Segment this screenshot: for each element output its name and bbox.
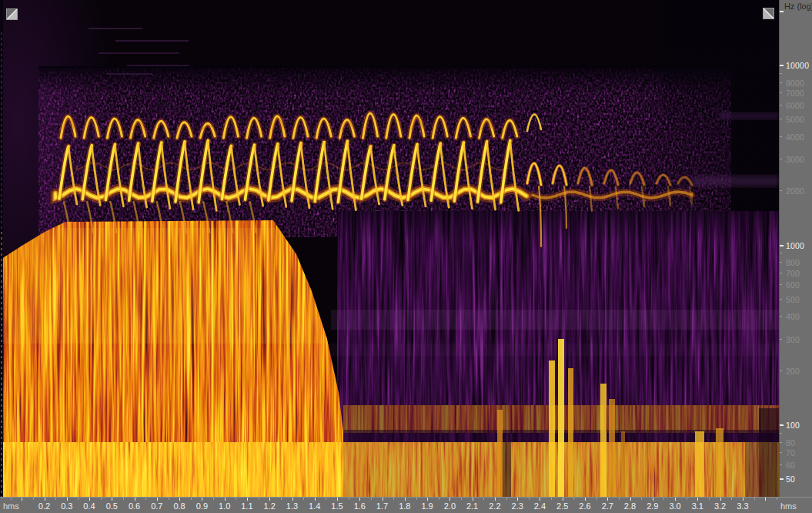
time-tick-mark (179, 498, 180, 501)
time-tick-label: 2.9 (647, 501, 658, 511)
time-tick-mark (123, 498, 124, 500)
spectral-frequency-display-panel: Hz (log) 1000080007000600050004000300020… (0, 0, 812, 513)
time-tick-mark (607, 498, 608, 501)
time-tick-label: 3.3 (737, 501, 748, 511)
time-tick-mark (11, 498, 12, 500)
freq-tick-mark (780, 190, 782, 191)
time-tick-mark (33, 498, 34, 500)
time-tick-mark (439, 498, 439, 500)
freq-tick-mark (780, 11, 784, 12)
corner-grip-icon (763, 8, 774, 19)
spectrogram-view[interactable] (0, 0, 779, 497)
freq-tick-label: 5000 (786, 115, 804, 124)
time-axis-unit-label-left: hms (3, 501, 19, 511)
freq-tick-label: 6000 (786, 101, 804, 110)
time-tick-label: 2.2 (489, 501, 500, 511)
freq-tick-label: 800 (786, 258, 800, 267)
time-tick-label: 0.4 (83, 501, 95, 511)
freq-tick-mark (780, 253, 782, 253)
frequency-axis-unit-label: Hz (log) (784, 2, 812, 11)
time-tick-mark (145, 498, 146, 500)
frequency-axis[interactable]: Hz (log) 1000080007000600050004000300020… (779, 0, 812, 497)
freq-tick-label: 4000 (786, 132, 804, 142)
time-tick-mark (281, 498, 282, 500)
time-tick-label: 0.3 (61, 501, 72, 511)
time-tick-mark (112, 498, 112, 501)
freq-tick-label: 3000 (786, 155, 804, 164)
time-tick-mark (359, 498, 360, 501)
time-tick-mark (641, 498, 642, 500)
freq-tick-label: 300 (786, 335, 800, 344)
freq-tick-mark (780, 370, 782, 371)
freq-tick-label: 10000 (786, 61, 809, 70)
time-tick-label: 1.6 (354, 501, 366, 511)
time-tick-mark (630, 498, 631, 501)
time-tick-mark (315, 498, 316, 501)
corner-grip-top-right[interactable] (763, 8, 774, 19)
time-tick-mark (427, 498, 428, 501)
time-tick-mark (765, 498, 766, 501)
time-tick-label: 2.3 (512, 501, 523, 511)
time-tick-label: 2.0 (444, 501, 456, 511)
time-tick-label: 1.8 (399, 501, 410, 511)
time-tick-mark (337, 498, 338, 501)
freq-tick-mark (780, 433, 782, 434)
time-tick-mark (687, 498, 687, 500)
freq-tick-mark (780, 339, 782, 340)
freq-tick-mark (780, 273, 782, 273)
time-tick-mark (55, 498, 56, 500)
time-tick-mark (326, 498, 326, 500)
time-tick-mark (405, 498, 406, 501)
freq-tick-label: 60 (786, 461, 795, 470)
time-tick-label: 2.6 (579, 501, 590, 511)
corner-grip-icon (6, 8, 18, 20)
freq-tick-mark (780, 65, 784, 66)
time-tick-mark (371, 498, 372, 500)
time-tick-mark (540, 498, 540, 501)
time-tick-mark (449, 498, 450, 501)
time-tick-label: 1.7 (376, 501, 388, 511)
time-tick-mark (709, 498, 710, 500)
time-tick-label: 2.7 (602, 501, 613, 511)
time-tick-label: 1.3 (286, 501, 298, 511)
freq-tick-mark (780, 452, 782, 453)
freq-tick-mark (780, 442, 782, 443)
time-tick-label: 1.4 (309, 501, 320, 511)
time-tick-mark (731, 498, 732, 500)
time-tick-mark (754, 498, 755, 500)
freq-tick-label: 7000 (786, 89, 804, 98)
time-tick-mark (202, 498, 202, 501)
time-tick-label: 0.5 (106, 501, 118, 511)
corner-grip-top-left[interactable] (6, 8, 18, 20)
time-axis[interactable]: hms hms 0.20.30.40.50.60.70.80.91.01.11.… (0, 497, 812, 513)
time-tick-mark (551, 498, 552, 500)
freq-tick-mark (780, 478, 784, 480)
time-tick-mark (619, 498, 620, 500)
time-tick-label: 1.5 (331, 501, 343, 511)
time-tick-label: 3.0 (669, 501, 680, 511)
time-tick-mark (157, 498, 158, 501)
time-tick-mark (303, 498, 304, 500)
time-tick-mark (45, 498, 45, 501)
freq-tick-label: 50 (786, 474, 795, 484)
time-tick-label: 0.9 (196, 501, 208, 511)
time-tick-mark (191, 498, 192, 500)
time-tick-mark (383, 498, 383, 501)
freq-tick-mark (780, 82, 782, 83)
time-tick-label: 3.2 (714, 501, 726, 511)
freq-tick-label: 8000 (786, 79, 804, 88)
freq-tick-label: 1000 (786, 241, 804, 250)
freq-tick-label: 2000 (786, 186, 804, 196)
time-tick-label: 0.8 (173, 501, 185, 511)
time-tick-mark (247, 498, 248, 501)
time-tick-mark (585, 498, 586, 501)
time-tick-mark (596, 498, 597, 500)
time-tick-mark (461, 498, 462, 500)
time-axis-unit-label-right: hms (780, 501, 797, 511)
time-tick-label: 1.1 (241, 501, 252, 511)
time-tick-mark (573, 498, 574, 500)
freq-tick-label: 700 (786, 269, 800, 278)
time-tick-mark (563, 498, 563, 501)
freq-tick-mark (780, 464, 782, 465)
time-tick-mark (213, 498, 214, 500)
